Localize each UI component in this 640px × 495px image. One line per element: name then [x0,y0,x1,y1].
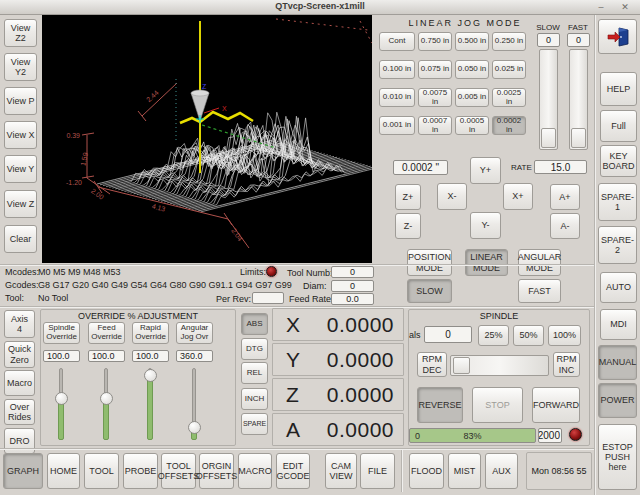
view-z2-button[interactable]: View Z2 [4,19,37,47]
jog-y-plus-button[interactable]: Y+ [470,157,501,184]
mdi-mode-button[interactable]: MDI [600,309,637,340]
exit-button[interactable] [598,19,637,54]
minimize-button[interactable]: – [594,1,608,13]
jog-x-plus-button[interactable]: X+ [503,183,533,210]
spindle-reverse-button[interactable]: REVERSE [417,387,463,423]
angular-mode-button[interactable]: ANGULAR MODE [518,249,561,276]
exit-door-icon [606,26,630,48]
rpm-dec-button[interactable]: RPM DEC [417,352,447,377]
per-rev-field[interactable] [252,292,284,304]
view-z-button[interactable]: View Z [4,190,37,218]
quick-zero-button[interactable]: Quick Zero [4,341,35,368]
spindle-override-slider-knob[interactable] [55,392,68,405]
tab-graph[interactable]: GRAPH [3,453,43,489]
tab-edit-gcode[interactable]: EDIT GCODE [276,453,310,489]
axis-4-button[interactable]: Axis 4 [4,310,35,338]
rapid-override-button[interactable]: Rapid Override [132,322,169,344]
spindle-bar-percent: 83% [410,431,535,441]
tab-macro[interactable]: MACRO [238,453,272,489]
slow-speed-button[interactable]: SLOW [407,279,452,303]
jog-increment-0010[interactable]: 0.010 in [379,88,415,107]
jog-z-plus-button[interactable]: Z+ [395,184,421,210]
spindle-50pct-button[interactable]: 50% [513,325,544,346]
tab-probe[interactable]: PROBE [123,453,158,489]
dro-button[interactable]: DRO [4,428,35,454]
slow-rate-slider-handle[interactable] [541,128,556,148]
position-mode-button[interactable]: POSITION MODE [407,249,452,276]
tab-orgin-offsets[interactable]: ORGIN OFFSETS [199,453,234,489]
feed-override-slider-knob[interactable] [100,392,113,405]
tab-tool[interactable]: TOOL [84,453,119,489]
gcode-graphics-display[interactable]: 0.39 1.59 -1.20 2.00 4.13 2.04 2.44 X Z [42,15,372,263]
view-x-button[interactable]: View X [4,121,37,149]
view-p-button[interactable]: View P [4,87,37,115]
fast-speed-button[interactable]: FAST [518,279,561,303]
spindle-override-button[interactable]: Spindle Override [43,322,80,344]
view-y-button[interactable]: View Y [4,155,37,183]
rpm-inc-button[interactable]: RPM INC [553,352,580,377]
jog-increment-00005[interactable]: 0.0005 in [455,116,489,135]
close-button[interactable]: ✕ [618,1,632,13]
flood-button[interactable]: FLOOD [409,453,444,489]
tab-tool-offsets[interactable]: TOOL OFFSETS [161,453,196,489]
spindle-rpm-slider-handle[interactable] [453,357,470,374]
dro-rel-button[interactable]: REL [241,362,268,384]
dro-abs-button[interactable]: ABS [241,313,268,335]
clear-button[interactable]: Clear [4,225,37,253]
over-rides-button[interactable]: Over Rides [4,399,35,425]
dro-spare-button[interactable]: SPARE [241,413,268,435]
rapid-override-slider-knob[interactable] [144,369,157,382]
jog-y-minus-button[interactable]: Y- [470,212,501,239]
keyboard-button[interactable]: KEY BOARD [600,145,637,177]
dro-dtg-button[interactable]: DTG [241,338,268,360]
jog-increment-0750[interactable]: 0.750 in [418,32,452,51]
spindle-forward-button[interactable]: FORWARD [532,387,580,423]
dro-a-value: 0.0000 [327,418,403,442]
spare-1-button[interactable]: SPARE-1 [598,183,637,221]
macro-button[interactable]: Macro [4,370,35,396]
angular-jog-slider-knob[interactable] [188,421,201,434]
jog-increment-00007[interactable]: 0.0007 in [418,116,452,135]
jog-z-minus-button[interactable]: Z- [395,213,421,239]
spindle-stop-button[interactable]: STOP [472,387,523,423]
mist-button[interactable]: MIST [448,453,481,489]
jog-increment-00025[interactable]: 0.0025 in [492,88,526,107]
jog-increment-0005[interactable]: 0.005 in [455,88,489,107]
jog-increment-0250[interactable]: 0.250 in [492,32,526,51]
spindle-25pct-button[interactable]: 25% [478,325,509,346]
tab-home[interactable]: HOME [47,453,80,489]
current-increment-display: 0.0002 " [393,160,448,175]
fullscreen-button[interactable]: Full [600,110,637,142]
rapid-override-slider-fill [147,375,153,440]
power-button[interactable]: POWER [598,383,637,418]
jog-increment-0001[interactable]: 0.001 in [379,116,415,135]
jog-increment-0050[interactable]: 0.050 in [455,60,489,79]
jog-x-minus-button[interactable]: X- [437,183,467,210]
jog-increment-0500[interactable]: 0.500 in [455,32,489,51]
jog-a-minus-button[interactable]: A- [550,213,580,239]
jog-increment-cont[interactable]: Cont [379,32,415,51]
angular-jog-override-button[interactable]: Angular Jog Ovr [176,322,213,344]
view-y2-button[interactable]: View Y2 [4,53,37,81]
spindle-100pct-button[interactable]: 100% [548,325,581,346]
tab-file[interactable]: FILE [360,453,395,489]
auto-mode-button[interactable]: AUTO [600,272,637,303]
feed-override-button[interactable]: Feed Override [88,322,125,344]
tab-cam-view[interactable]: CAM VIEW [325,453,357,489]
jog-increment-0100[interactable]: 0.100 in [379,60,415,79]
spindle-at-speed-setting[interactable]: 2000 [538,428,562,443]
dro-inch-button[interactable]: INCH [241,388,268,410]
linear-mode-button[interactable]: LINEAR MODE [465,249,508,276]
aux-button[interactable]: AUX [485,453,518,489]
estop-button[interactable]: ESTOP PUSH here [598,424,637,490]
manual-mode-button[interactable]: MANUAL [598,345,637,380]
help-button[interactable]: HELP [600,72,637,106]
jog-increment-0025[interactable]: 0.025 in [492,60,526,79]
dim-z-bottom-label: -1.20 [66,179,82,186]
jog-increment-00075[interactable]: 0.0075 in [418,88,452,107]
jog-a-plus-button[interactable]: A+ [550,184,580,210]
spare-2-button[interactable]: SPARE-2 [598,226,637,264]
jog-increment-00002[interactable]: 0.0002 in [492,116,526,135]
jog-increment-0075[interactable]: 0.075 in [418,60,452,79]
fast-rate-slider-handle[interactable] [571,128,586,148]
